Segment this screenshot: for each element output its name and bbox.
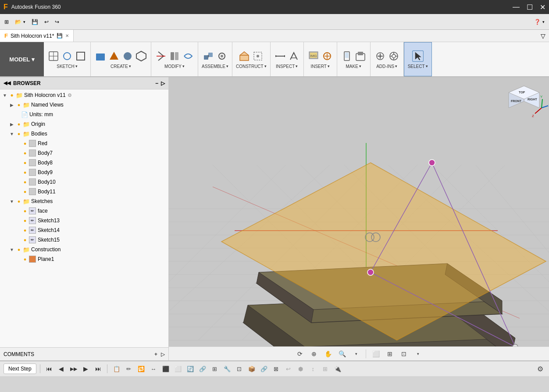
- grid-view-button[interactable]: ⊞: [2, 14, 11, 29]
- origin-folder: 📁: [23, 121, 30, 128]
- next-step-button[interactable]: Next Step: [4, 363, 36, 374]
- pb-icon-4[interactable]: ↔: [148, 363, 159, 374]
- tree-item-bodies[interactable]: ▼ ● 📁 Bodies: [0, 129, 168, 139]
- playbar-play[interactable]: ▶: [81, 363, 91, 374]
- svg-point-85: [367, 269, 374, 275]
- comments-add-button[interactable]: +: [154, 351, 157, 357]
- pb-icon-14[interactable]: ⊠: [271, 363, 282, 374]
- make-icon-2: [354, 50, 367, 62]
- pb-icon-7[interactable]: 🔄: [185, 363, 196, 374]
- pb-icon-17[interactable]: ↕: [307, 363, 319, 374]
- pb-icon-15[interactable]: ↩: [283, 363, 294, 374]
- face-label: face: [38, 208, 48, 214]
- orbit-button[interactable]: ⟳: [294, 349, 306, 359]
- browser-minus-button[interactable]: −: [155, 80, 158, 86]
- tree-item-sketch15[interactable]: ● ✏ Sketch15: [0, 235, 168, 245]
- window-controls[interactable]: — ☐ ✕: [513, 3, 545, 11]
- pb-icon-8[interactable]: 🔗: [197, 363, 208, 374]
- tree-item-sketch14[interactable]: ● ✏ Sketch14: [0, 225, 168, 235]
- addins-group[interactable]: ADD-INS ▾: [371, 42, 404, 76]
- tree-item-plane1[interactable]: ● Plane1: [0, 254, 168, 264]
- plane1-eye: ●: [21, 257, 29, 262]
- tree-item-red[interactable]: ● Red: [0, 139, 168, 148]
- make-group[interactable]: MAKE ▾: [337, 42, 371, 76]
- collapse-panel-button[interactable]: ▽: [541, 32, 545, 39]
- addins-icons: [374, 50, 400, 62]
- tree-item-body9[interactable]: ● Body9: [0, 167, 168, 177]
- grid-toggle-button[interactable]: ⊞: [384, 349, 396, 359]
- pb-icon-12[interactable]: 📦: [246, 363, 257, 374]
- close-button[interactable]: ✕: [540, 3, 545, 11]
- pb-icon-6[interactable]: ⬜: [172, 363, 184, 374]
- visual-style-dropdown[interactable]: ▾: [412, 349, 424, 359]
- save-button[interactable]: 💾: [29, 14, 41, 29]
- pb-icon-11[interactable]: ⊡: [234, 363, 245, 374]
- pb-icon-10[interactable]: 🔧: [221, 363, 233, 374]
- create-icon-4: [135, 50, 147, 62]
- tree-item-body10[interactable]: ● Body10: [0, 177, 168, 187]
- tab-close-button[interactable]: ✕: [65, 33, 69, 38]
- redo-button[interactable]: ↪: [52, 14, 62, 29]
- pb-icon-5[interactable]: ⬛: [160, 363, 171, 374]
- pb-icon-16[interactable]: ⬢: [295, 363, 307, 374]
- tree-root[interactable]: ▼ ● 📁 Sith Holocron v11 ⚙: [0, 90, 168, 100]
- tree-item-body11[interactable]: ● Body11: [0, 187, 168, 196]
- pb-icon-2[interactable]: ✏: [123, 363, 135, 374]
- visual-style-button[interactable]: ⊡: [398, 349, 410, 359]
- pb-icon-9[interactable]: ⊞: [209, 363, 221, 374]
- inspect-group[interactable]: INSPECT ▾: [271, 42, 304, 76]
- document-tab[interactable]: F Sith Holocron v11* 💾 ✕: [0, 30, 74, 42]
- tree-item-body8[interactable]: ● Body8: [0, 158, 168, 167]
- pb-icon-18[interactable]: ⊞: [320, 363, 331, 374]
- zoom-dropdown-button[interactable]: ▾: [350, 349, 362, 359]
- origin-label: Origin: [31, 121, 45, 127]
- pb-icon-1[interactable]: 📋: [111, 363, 122, 374]
- open-button[interactable]: 📂 ▾: [12, 14, 28, 29]
- help-button[interactable]: ❓ ▾: [531, 14, 547, 29]
- viewport-toolbar: ⟳ ⊕ ✋ 🔍 ▾ ⬜ ⊞ ⊡ ▾: [169, 346, 549, 360]
- comments-expand-button[interactable]: ▷: [161, 351, 165, 357]
- svg-rect-5: [96, 53, 105, 61]
- tree-item-face[interactable]: ● ✏ face: [0, 206, 168, 216]
- undo-button[interactable]: ↩: [42, 14, 51, 29]
- minimize-button[interactable]: —: [513, 3, 520, 11]
- construction-eye: ●: [15, 247, 23, 252]
- zoom-fit-button[interactable]: ⊕: [308, 349, 320, 359]
- model-mode-button[interactable]: MODEL ▾: [0, 42, 44, 76]
- create-group[interactable]: CREATE ▾: [91, 42, 151, 76]
- tree-item-body7[interactable]: ● Body7: [0, 148, 168, 158]
- construct-group[interactable]: CONSTRUCT ▾: [232, 42, 271, 76]
- select-icon: [412, 50, 424, 62]
- sketch-group[interactable]: SKETCH ▾: [44, 42, 91, 76]
- tree-item-named-views[interactable]: ▶ ● 📁 Named Views: [0, 100, 168, 110]
- tree-item-construction[interactable]: ▼ ● 📁 Construction: [0, 245, 168, 254]
- pan-button[interactable]: ✋: [322, 349, 334, 359]
- viewport[interactable]: FRONT RIGHT TOP X Y Z ⟳ ⊕ ✋ 🔍: [169, 77, 549, 360]
- sketches-folder: 📁: [23, 198, 30, 205]
- addins-icon-1: [374, 50, 386, 62]
- pb-icon-19[interactable]: 🔌: [332, 363, 343, 374]
- display-mode-button[interactable]: ⬜: [370, 349, 382, 359]
- zoom-button[interactable]: 🔍: [336, 349, 348, 359]
- tree-item-sketches[interactable]: ▼ ● 📁 Sketches: [0, 196, 168, 206]
- playbar-forward-fast[interactable]: ▶▶: [68, 363, 79, 374]
- browser-expand-button[interactable]: ▷: [161, 80, 165, 86]
- maximize-button[interactable]: ☐: [527, 3, 533, 11]
- settings-gear-button[interactable]: ⚙: [535, 363, 545, 374]
- pb-icon-13[interactable]: 🔗: [258, 363, 270, 374]
- assemble-group[interactable]: ASSEMBLE ▾: [198, 42, 232, 76]
- tree-item-units[interactable]: 📄 Units: mm: [0, 110, 168, 119]
- select-group[interactable]: SELECT ▾: [404, 42, 432, 76]
- tree-item-origin[interactable]: ▶ ● 📁 Origin: [0, 119, 168, 129]
- playbar-prev[interactable]: ◀: [56, 363, 67, 374]
- playbar-skip-start[interactable]: ⏮: [44, 363, 54, 374]
- tab-save-icon: 💾: [57, 33, 63, 39]
- body7-label: Body7: [38, 150, 53, 156]
- body9-icon: [29, 169, 36, 176]
- browser-collapse-icon[interactable]: ◀◀: [4, 80, 11, 86]
- tree-item-sketch13[interactable]: ● ✏ Sketch13: [0, 216, 168, 225]
- insert-group[interactable]: IMG INSERT ▾: [304, 42, 337, 76]
- pb-icon-3[interactable]: 🔁: [135, 363, 147, 374]
- playbar-skip-end[interactable]: ⏭: [93, 363, 103, 374]
- modify-group[interactable]: MODIFY ▾: [151, 42, 198, 76]
